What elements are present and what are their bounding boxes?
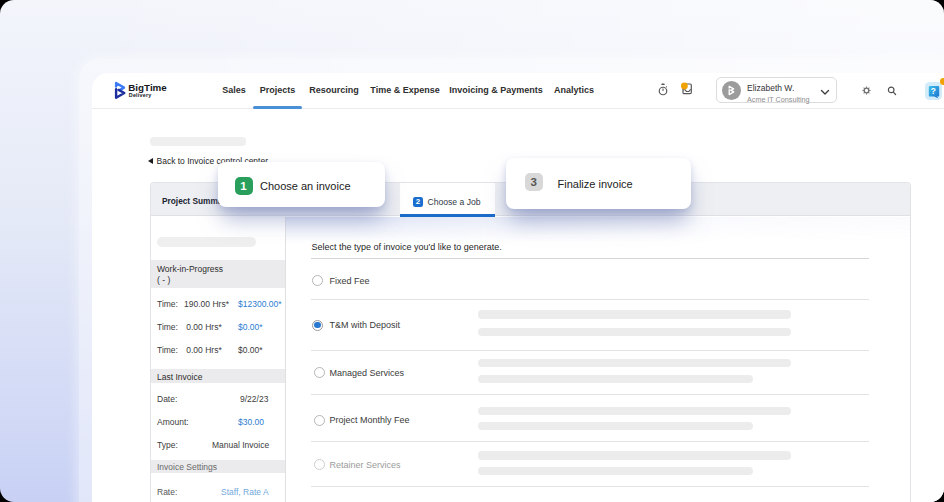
svg-text:?: ?	[930, 86, 935, 96]
